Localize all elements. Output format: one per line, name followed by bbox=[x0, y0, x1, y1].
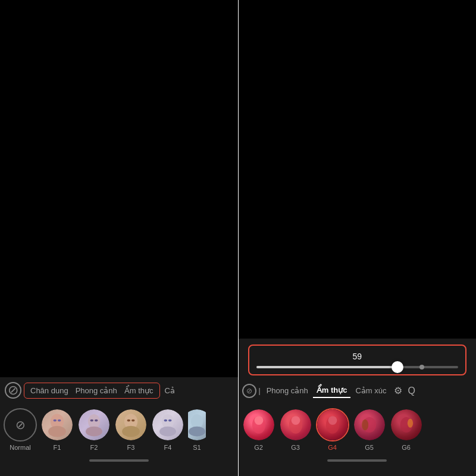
slider-thumb-secondary bbox=[419, 365, 424, 369]
filter-normal-label: Normal bbox=[10, 444, 30, 451]
svg-point-7 bbox=[95, 419, 98, 422]
right-thumbnails-row: G2 G3 bbox=[239, 403, 477, 456]
left-camera-area bbox=[0, 0, 238, 377]
tab-phong-canh-left[interactable]: Phong cảnh bbox=[72, 384, 121, 397]
slider-thumb[interactable] bbox=[392, 361, 403, 373]
left-thumbnails-row: ⊘ Normal F1 bbox=[0, 403, 238, 456]
filter-f1-label: F1 bbox=[54, 444, 61, 451]
tab-am-thuc-right[interactable]: Ẩm thực bbox=[313, 383, 351, 398]
tab-overflow-left[interactable]: Cả bbox=[162, 384, 177, 397]
filter-f3-label: F3 bbox=[127, 444, 135, 451]
no-filter-icon[interactable]: ⊘ bbox=[5, 382, 21, 399]
filter-normal[interactable]: ⊘ Normal bbox=[4, 408, 37, 451]
settings-icon[interactable]: ⚙ bbox=[392, 383, 405, 399]
q-icon[interactable]: Q bbox=[406, 383, 418, 399]
filter-f2[interactable]: F2 bbox=[77, 408, 111, 451]
intensity-slider-container: 59 bbox=[248, 345, 467, 375]
slider-fill bbox=[256, 366, 398, 368]
slider-track[interactable] bbox=[256, 366, 459, 368]
right-bottom-section: 59 ⊘ | Phong cảnh Ẩm thực Cảm xúc ⚙ Q bbox=[239, 339, 477, 476]
right-camera-area bbox=[239, 0, 477, 339]
right-panel: 59 ⊘ | Phong cảnh Ẩm thực Cảm xúc ⚙ Q bbox=[239, 0, 477, 476]
left-bottom-section: ⊘ Chân dung Phong cảnh Ẩm thực Cả ⊘ Norm… bbox=[0, 377, 238, 476]
svg-point-9 bbox=[122, 426, 140, 437]
svg-point-21 bbox=[291, 416, 300, 425]
svg-point-5 bbox=[86, 427, 102, 437]
svg-point-10 bbox=[127, 419, 131, 422]
svg-point-13 bbox=[159, 427, 176, 437]
svg-point-2 bbox=[54, 419, 57, 422]
filter-g2-label: G2 bbox=[254, 444, 263, 451]
filter-g6[interactable]: G6 bbox=[390, 408, 423, 451]
left-filter-tabs: ⊘ Chân dung Phong cảnh Ẩm thực Cả bbox=[0, 377, 238, 403]
svg-point-14 bbox=[164, 419, 168, 422]
tab-chan-dung[interactable]: Chân dung bbox=[27, 384, 72, 397]
svg-point-15 bbox=[168, 419, 172, 422]
svg-point-23 bbox=[328, 416, 337, 425]
svg-point-17 bbox=[189, 427, 205, 437]
left-panel: ⊘ Chân dung Phong cảnh Ẩm thực Cả ⊘ Norm… bbox=[0, 0, 238, 476]
tab-phong-canh-right[interactable]: Phong cảnh bbox=[263, 384, 312, 397]
filter-g5-label: G5 bbox=[365, 444, 374, 451]
filter-s1-label: S1 bbox=[193, 444, 201, 451]
svg-point-19 bbox=[254, 416, 263, 425]
filter-f3[interactable]: F3 bbox=[114, 408, 148, 451]
tab-cam-xuc-right[interactable]: Cảm xúc bbox=[352, 384, 390, 397]
filter-f2-label: F2 bbox=[90, 444, 98, 451]
svg-point-1 bbox=[48, 426, 66, 437]
filter-f4-label: F4 bbox=[164, 444, 172, 451]
filter-f4[interactable]: F4 bbox=[151, 408, 184, 451]
slider-box: 59 bbox=[248, 345, 467, 375]
filter-g3-label: G3 bbox=[291, 444, 300, 451]
svg-point-27 bbox=[407, 419, 412, 428]
filter-f1[interactable]: F1 bbox=[40, 408, 74, 451]
filter-g4-label: G4 bbox=[328, 444, 337, 451]
no-filter-icon-right[interactable]: ⊘ bbox=[242, 384, 256, 398]
right-tab-separator: | bbox=[258, 387, 262, 395]
filter-g6-label: G6 bbox=[402, 444, 411, 451]
svg-point-25 bbox=[362, 419, 368, 431]
filter-s1[interactable]: S1 bbox=[188, 408, 206, 451]
slider-value: 59 bbox=[256, 352, 459, 361]
filter-g4[interactable]: G4 bbox=[316, 408, 349, 451]
filter-g2[interactable]: G2 bbox=[242, 408, 275, 451]
svg-point-6 bbox=[90, 419, 94, 422]
svg-point-11 bbox=[131, 419, 135, 422]
right-filter-tabs: ⊘ | Phong cảnh Ẩm thực Cảm xúc ⚙ Q bbox=[239, 378, 477, 403]
left-filter-group: Chân dung Phong cảnh Ẩm thực bbox=[24, 383, 160, 399]
filter-g3[interactable]: G3 bbox=[279, 408, 312, 451]
home-indicator-left bbox=[0, 456, 238, 464]
filter-g5[interactable]: G5 bbox=[353, 408, 386, 451]
home-indicator-right bbox=[239, 456, 477, 464]
svg-point-3 bbox=[58, 419, 61, 422]
tab-am-thuc-left[interactable]: Ẩm thực bbox=[121, 384, 157, 397]
